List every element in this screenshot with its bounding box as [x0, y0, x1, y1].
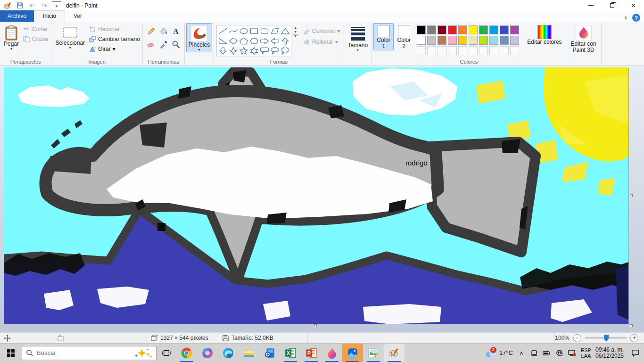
taskbar-app-paint-3d[interactable]	[322, 344, 342, 362]
shape-arrow-right[interactable]	[259, 36, 269, 46]
brushes-button[interactable]: Pinceles ▾	[186, 23, 212, 52]
shapes-scroll-up[interactable]: ▲	[292, 25, 298, 30]
palette-swatch-empty-7[interactable]	[479, 46, 488, 55]
shape-line[interactable]	[218, 26, 228, 36]
zoom-slider-thumb[interactable]	[604, 335, 609, 342]
palette-swatch-empty-8[interactable]	[489, 46, 498, 55]
shape-diamond[interactable]	[228, 36, 238, 46]
taskbar-app-edge[interactable]	[218, 344, 239, 362]
palette-swatch-r1-c5[interactable]	[458, 25, 467, 34]
palette-swatch-r2-c7[interactable]	[479, 36, 488, 45]
tab-inicio[interactable]: Inicio	[34, 10, 65, 22]
shape-rectangle[interactable]	[249, 26, 259, 36]
minimize-button[interactable]	[580, 0, 602, 11]
palette-swatch-r1-c1[interactable]	[417, 25, 426, 34]
palette-swatch-r2-c8[interactable]	[489, 36, 498, 45]
text-tool-button[interactable]: A	[170, 25, 182, 37]
canvas-resize-handle-bottom[interactable]	[314, 324, 317, 327]
palette-swatch-r1-c3[interactable]	[438, 25, 446, 34]
palette-swatch-r2-c5[interactable]	[458, 36, 467, 45]
copy-button[interactable]: Copiar	[22, 35, 49, 43]
start-button[interactable]	[0, 344, 22, 362]
select-button[interactable]: Seleccionar ▾	[53, 23, 87, 50]
taskbar-app-powerpoint[interactable]: P	[301, 344, 322, 362]
palette-swatch-empty-4[interactable]	[448, 46, 457, 55]
collapse-ribbon-icon[interactable]: ∧	[624, 15, 627, 21]
color2-button[interactable]: Color 2	[394, 23, 414, 50]
size-button[interactable]: Tamaño ▾	[346, 23, 371, 53]
search-input[interactable]	[37, 349, 130, 356]
taskbar-app-copilot[interactable]	[197, 344, 218, 362]
weather-widget[interactable]: 3 17°C	[485, 349, 513, 357]
shape-triangle[interactable]	[280, 26, 290, 36]
shapes-scroll-down[interactable]: ▼	[292, 30, 298, 34]
palette-swatch-r1-c9[interactable]	[500, 25, 509, 34]
palette-swatch-r2-c1[interactable]	[417, 36, 426, 45]
shape-polygon[interactable]	[270, 26, 280, 36]
shapes-more[interactable]: ▼	[292, 34, 298, 38]
zoom-out-button[interactable]: −	[573, 334, 581, 342]
clock[interactable]: 09:46 a. m. 06/12/2025	[595, 347, 624, 359]
palette-swatch-empty-6[interactable]	[469, 46, 478, 55]
help-button[interactable]: ?	[632, 14, 640, 22]
palette-swatch-empty-1[interactable]	[417, 46, 426, 55]
shape-pentagon[interactable]	[239, 36, 248, 46]
shape-callout-rounded[interactable]	[259, 46, 269, 56]
palette-swatch-r2-c3[interactable]	[438, 36, 446, 45]
cut-button[interactable]: ✂ Cortar	[22, 25, 49, 33]
fill-shape-button[interactable]: Rellenar ▾	[302, 38, 340, 46]
palette-swatch-r1-c4[interactable]	[448, 25, 457, 34]
qat-customize-button[interactable]: ▾	[52, 1, 61, 10]
crop-button[interactable]: Recortar	[88, 25, 140, 33]
shape-arrow-up[interactable]	[280, 36, 290, 46]
cast-screen-icon[interactable]	[568, 349, 577, 357]
zoom-slider[interactable]	[585, 337, 627, 338]
tab-archivo[interactable]: Archivo	[0, 10, 34, 22]
taskbar-app-outlook[interactable]	[259, 344, 280, 362]
shape-star-5[interactable]	[239, 46, 248, 56]
shape-curve[interactable]	[228, 26, 238, 36]
restore-button[interactable]	[602, 0, 623, 11]
palette-swatch-r2-c9[interactable]	[500, 36, 509, 45]
rotate-button[interactable]: Girar ▾	[88, 45, 140, 53]
paint-canvas[interactable]: rodrigo	[4, 67, 628, 324]
paste-button[interactable]: Pegar ▾	[1, 23, 21, 51]
outline-button[interactable]: Contorno ▾	[302, 27, 340, 35]
hidden-icons-chevron[interactable]: ∧	[517, 349, 526, 357]
shape-right-triangle[interactable]	[218, 36, 228, 46]
edit-colors-button[interactable]: Editar colores	[525, 23, 564, 46]
battery-icon[interactable]	[543, 349, 551, 357]
palette-swatch-empty-9[interactable]	[500, 46, 509, 55]
taskbar-app-chrome[interactable]	[176, 344, 197, 362]
palette-swatch-empty-3[interactable]	[438, 46, 446, 55]
redo-button[interactable]: ↷	[40, 1, 49, 10]
taskbar-search[interactable]	[22, 346, 157, 360]
color-picker-tool-button[interactable]	[158, 38, 169, 50]
shape-arrow-left[interactable]	[270, 36, 280, 46]
palette-swatch-r2-c10[interactable]	[510, 36, 519, 45]
undo-button[interactable]: ↶	[27, 1, 37, 10]
palette-swatch-r1-c10[interactable]	[510, 25, 519, 34]
palette-swatch-empty-5[interactable]	[458, 46, 467, 55]
shape-star-4[interactable]	[228, 46, 238, 56]
device-icon[interactable]	[530, 349, 538, 357]
color1-button[interactable]: Color 1	[373, 23, 394, 50]
pencil-tool-button[interactable]	[146, 25, 157, 37]
taskbar-app-photos[interactable]	[342, 344, 363, 362]
palette-swatch-r1-c6[interactable]	[469, 25, 478, 34]
palette-swatch-empty-10[interactable]	[510, 46, 519, 55]
palette-swatch-r1-c8[interactable]	[489, 25, 498, 34]
zoom-in-button[interactable]: +	[630, 334, 638, 342]
palette-swatch-r2-c4[interactable]	[448, 36, 457, 45]
shape-hexagon[interactable]	[249, 36, 259, 46]
canvas-resize-handle-corner[interactable]	[630, 324, 633, 327]
shape-arrow-down[interactable]	[218, 46, 228, 56]
palette-swatch-empty-2[interactable]	[427, 46, 436, 55]
shape-oval[interactable]	[239, 26, 248, 36]
magnifier-tool-button[interactable]	[170, 38, 182, 50]
shape-star-6[interactable]	[249, 46, 259, 56]
taskbar-app-paint[interactable]	[384, 344, 405, 362]
shape-callout-oval[interactable]	[270, 46, 280, 56]
task-view-button[interactable]	[157, 344, 176, 362]
close-button[interactable]: ✕	[623, 0, 644, 11]
